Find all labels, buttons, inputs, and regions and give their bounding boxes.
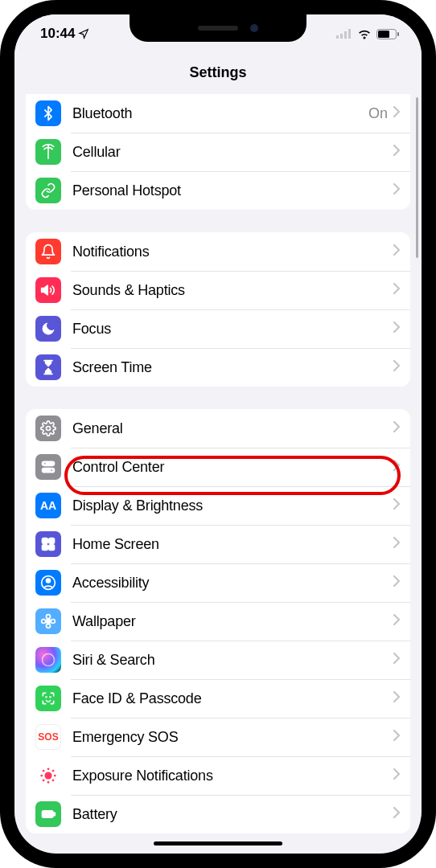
svg-rect-36 [54,813,56,815]
svg-point-7 [47,427,51,431]
row-label: Face ID & Passcode [72,690,393,707]
settings-group: NotificationsSounds & HapticsFocusScreen… [26,232,410,387]
settings-row-siri[interactable]: Siri & Search [26,641,410,679]
svg-point-27 [47,768,50,770]
chevron-right-icon [393,806,401,822]
chevron-right-icon [393,144,401,160]
row-label: Siri & Search [72,652,393,669]
row-label: Screen Time [72,359,393,376]
row-label: General [72,420,393,437]
settings-row-screentime[interactable]: Screen Time [26,348,410,387]
scroll-indicator[interactable] [416,97,418,258]
settings-row-focus[interactable]: Focus [26,309,410,348]
bluetooth-icon [35,100,61,126]
sounds-icon [35,277,61,303]
svg-point-32 [52,770,55,772]
settings-row-exposure[interactable]: Exposure Notifications [26,756,410,795]
chevron-right-icon [393,459,401,475]
svg-point-24 [46,697,47,698]
settings-row-bluetooth[interactable]: BluetoothOn [26,94,410,133]
sos-icon: SOS [35,724,61,750]
svg-point-25 [50,697,51,698]
battery-icon [376,29,399,39]
notifications-icon [35,239,61,264]
svg-point-9 [43,462,46,465]
settings-row-notifications[interactable]: Notifications [26,232,410,271]
settings-row-faceid[interactable]: Face ID & Passcode [26,679,410,718]
row-label: Personal Hotspot [72,182,393,199]
settings-row-accessibility[interactable]: Accessibility [26,563,410,602]
status-time: 10:44 [40,26,75,42]
chevron-right-icon [393,729,401,745]
mute-switch [0,169,2,205]
settings-row-hotspot[interactable]: Personal Hotspot [26,171,410,210]
hotspot-icon [35,178,61,203]
settings-group: GeneralControl CenterAADisplay & Brightn… [26,409,410,833]
svg-point-19 [47,615,51,619]
settings-row-controlcenter[interactable]: Control Center [26,448,410,486]
svg-rect-35 [43,811,53,817]
svg-point-30 [54,775,56,777]
svg-rect-12 [43,538,48,544]
row-label: Notifications [72,244,393,260]
settings-row-wallpaper[interactable]: Wallpaper [26,602,410,641]
display-icon: AA [35,493,61,518]
location-icon [78,28,89,39]
settings-row-general[interactable]: General [26,409,410,448]
notch [130,14,306,42]
chevron-right-icon [393,321,401,337]
svg-rect-1 [340,34,343,39]
row-label: Bluetooth [72,105,368,122]
row-label: Display & Brightness [72,497,393,514]
cellular-icon [35,139,61,165]
svg-point-29 [40,775,43,777]
screentime-icon [35,354,61,380]
row-label: Sounds & Haptics [72,282,393,299]
cellular-icon [336,29,352,39]
wifi-icon [357,29,372,39]
svg-rect-15 [49,545,55,551]
row-value: On [368,105,388,122]
chevron-right-icon [393,497,401,514]
settings-group: BluetoothOnCellularPersonal Hotspot [26,94,410,210]
settings-row-sounds[interactable]: Sounds & Haptics [26,271,410,309]
chevron-right-icon [393,690,401,706]
faceid-icon [35,686,61,711]
svg-point-17 [47,579,51,583]
siri-icon [35,647,61,673]
row-label: Cellular [72,144,393,161]
accessibility-icon [35,570,61,596]
controlcenter-icon [35,454,61,480]
svg-rect-14 [43,545,48,551]
chevron-right-icon [393,105,401,121]
settings-list[interactable]: BluetoothOnCellularPersonal HotspotNotif… [14,94,422,852]
svg-point-26 [44,772,51,779]
volume-down-button [0,301,2,370]
general-icon [35,416,61,441]
settings-row-cellular[interactable]: Cellular [26,133,410,171]
chevron-right-icon [393,536,401,552]
screen: 10:44 [14,14,422,854]
svg-point-21 [42,620,46,624]
svg-point-18 [47,620,51,624]
svg-point-11 [51,469,53,472]
chevron-right-icon [393,768,401,784]
chevron-right-icon [393,282,401,298]
phone-frame: 10:44 [0,0,436,868]
homescreen-icon [35,531,61,557]
svg-rect-0 [336,35,339,39]
home-indicator[interactable] [154,841,282,845]
chevron-right-icon [393,613,401,629]
chevron-right-icon [393,182,401,199]
settings-row-sos[interactable]: SOSEmergency SOS [26,718,410,756]
row-label: Accessibility [72,575,393,592]
svg-point-28 [47,781,50,784]
settings-row-battery[interactable]: Battery [26,795,410,833]
svg-rect-13 [49,538,55,544]
chevron-right-icon [393,244,401,260]
svg-point-31 [43,770,45,772]
row-label: Emergency SOS [72,729,393,746]
settings-row-display[interactable]: AADisplay & Brightness [26,486,410,525]
settings-row-homescreen[interactable]: Home Screen [26,525,410,563]
svg-point-22 [51,620,55,624]
